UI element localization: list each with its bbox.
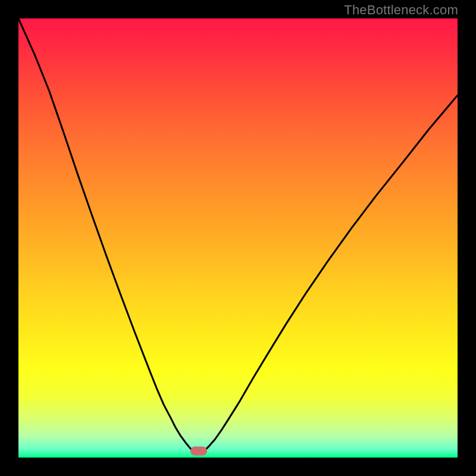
curve-path	[18, 18, 458, 450]
watermark-text: TheBottleneck.com	[344, 2, 458, 18]
curve-layer	[18, 18, 458, 458]
chart-frame: TheBottleneck.com	[0, 0, 476, 476]
optimum-marker	[190, 446, 207, 455]
plot-area	[18, 18, 458, 458]
